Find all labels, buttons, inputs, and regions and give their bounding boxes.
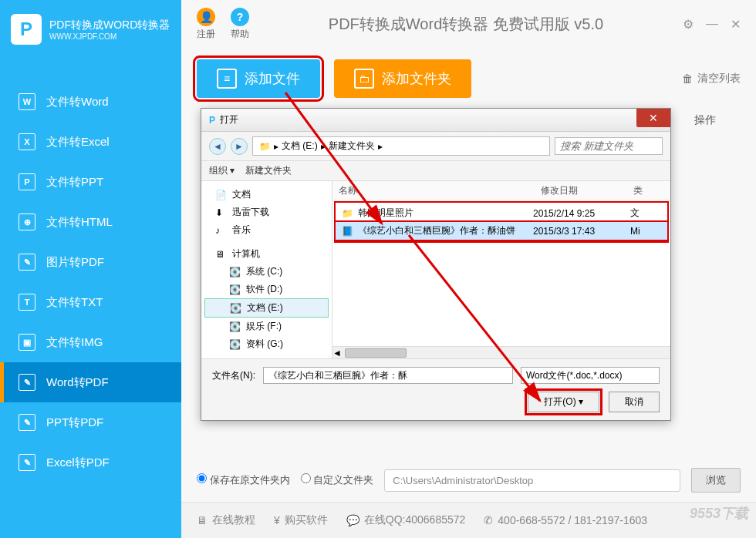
- nav-icon: ✎: [19, 374, 35, 391]
- output-bar: 保存在原文件夹内 自定义文件夹 浏览: [181, 459, 756, 502]
- nav-icon: X: [19, 133, 35, 150]
- nav-icon: ▣: [19, 334, 35, 351]
- sidebar-item-0[interactable]: W文件转Word: [0, 82, 181, 122]
- nav-icon: W: [19, 93, 35, 110]
- app-title: PDF转换成Word转换器 免费试用版 v5.0: [265, 14, 667, 35]
- nav-label: PPT转PDF: [46, 415, 103, 430]
- folder-tree: 📄文档 ⬇迅雷下载 ♪音乐 🖥计算机 💽系统 (C:)💽软件 (D:)💽文档 (…: [201, 181, 332, 358]
- nav-back-button[interactable]: ◄: [209, 138, 226, 155]
- tree-drive-2[interactable]: 💽文档 (E:): [204, 298, 329, 318]
- dialog-titlebar: P 打开 ✕: [201, 109, 670, 132]
- col-name[interactable]: 名称: [339, 184, 541, 197]
- app-icon: P: [209, 115, 215, 126]
- path-bar[interactable]: 📁 ▸文档 (E:) ▸新建文件夹▸: [252, 136, 550, 156]
- file-row[interactable]: 📘《综艺小白和三栖巨腕》作者：酥油饼2015/3/3 17:43Mi: [336, 222, 667, 240]
- window-controls: ⚙ — ✕: [683, 17, 741, 32]
- add-file-label: 添加文件: [245, 69, 300, 88]
- close-icon[interactable]: ✕: [731, 17, 741, 32]
- filename-label: 文件名(N):: [212, 369, 255, 382]
- logo-title: PDF转换成WORD转换器: [49, 18, 170, 32]
- tree-drive-1[interactable]: 💽软件 (D:): [204, 281, 329, 298]
- custom-folder-radio[interactable]: 自定义文件夹: [301, 473, 374, 487]
- col-date[interactable]: 修改日期: [541, 184, 633, 197]
- monitor-icon: 🖥: [197, 514, 208, 526]
- phone-text: ✆400-668-5572 / 181-2197-1603: [484, 514, 647, 526]
- titlebar: 👤 注册 ? 帮助 PDF转换成Word转换器 免费试用版 v5.0 ⚙ — ✕: [181, 0, 756, 49]
- tree-computer[interactable]: 🖥计算机: [204, 245, 329, 263]
- sidebar-item-5[interactable]: T文件转TXT: [0, 282, 181, 322]
- yen-icon: ¥: [274, 514, 280, 526]
- sidebar-item-6[interactable]: ▣文件转IMG: [0, 322, 181, 362]
- folder-icon: 📁: [259, 141, 271, 152]
- sidebar-item-3[interactable]: ⊕文件转HTML: [0, 202, 181, 242]
- tree-drive-0[interactable]: 💽系统 (C:): [204, 263, 329, 281]
- qq-link[interactable]: 💬在线QQ:4006685572: [346, 513, 466, 527]
- col-type[interactable]: 类: [633, 184, 664, 197]
- file-row[interactable]: 📁韩国明星照片2015/2/14 9:25文: [336, 204, 667, 222]
- nav-label: 文件转TXT: [46, 295, 103, 310]
- logo: P PDF转换成WORD转换器 WWW.XJPDF.COM: [0, 0, 181, 59]
- sidebar-item-1[interactable]: X文件转Excel: [0, 122, 181, 162]
- logo-subtitle: WWW.XJPDF.COM: [49, 32, 170, 41]
- dialog-close-button[interactable]: ✕: [636, 109, 670, 127]
- help-label: 帮助: [231, 28, 249, 41]
- sidebar-item-4[interactable]: ✎图片转PDF: [0, 242, 181, 282]
- user-icon: 👤: [197, 8, 215, 26]
- nav-icon: P: [19, 173, 35, 190]
- horizontal-scrollbar[interactable]: ◄: [332, 346, 670, 358]
- keep-original-radio[interactable]: 保存在原文件夹内: [197, 473, 290, 487]
- tree-thunder[interactable]: ⬇迅雷下载: [204, 203, 329, 221]
- nav-label: 图片转PDF: [46, 255, 104, 270]
- help-icon: ?: [231, 8, 249, 26]
- tree-docs[interactable]: 📄文档: [204, 186, 329, 203]
- nav-icon: T: [19, 294, 35, 311]
- filename-input[interactable]: [263, 367, 513, 384]
- filetype-select[interactable]: [521, 367, 660, 384]
- sidebar: P PDF转换成WORD转换器 WWW.XJPDF.COM W文件转WordX文…: [0, 0, 181, 538]
- settings-icon[interactable]: ⚙: [683, 17, 694, 32]
- nav: W文件转WordX文件转ExcelP文件转PPT⊕文件转HTML✎图片转PDFT…: [0, 82, 181, 483]
- nav-label: Word转PDF: [46, 375, 109, 390]
- cancel-button[interactable]: 取消: [609, 392, 660, 412]
- toolbar: ≡ 添加文件 🗀 添加文件夹 🗑 清空列表: [181, 49, 756, 109]
- organize-menu[interactable]: 组织 ▾: [209, 164, 235, 177]
- nav-label: 文件转PPT: [46, 175, 103, 190]
- chat-icon: 💬: [346, 514, 359, 526]
- phone-icon: ✆: [484, 514, 493, 526]
- open-button[interactable]: 打开(O) ▾: [528, 392, 599, 412]
- file-icon: 📁: [342, 208, 353, 219]
- tree-music[interactable]: ♪音乐: [204, 221, 329, 239]
- register-label: 注册: [197, 28, 215, 41]
- clear-list-button[interactable]: 🗑 清空列表: [682, 72, 741, 86]
- minimize-icon[interactable]: —: [706, 17, 718, 32]
- register-button[interactable]: 👤 注册: [197, 8, 215, 41]
- nav-label: 文件转Excel: [46, 135, 110, 150]
- help-button[interactable]: ? 帮助: [231, 8, 249, 41]
- nav-forward-button[interactable]: ►: [231, 138, 248, 155]
- dialog-search-input[interactable]: [555, 137, 663, 155]
- nav-label: Excel转PDF: [46, 456, 110, 470]
- trash-icon: 🗑: [682, 72, 693, 85]
- tutorial-link[interactable]: 🖥在线教程: [197, 513, 255, 527]
- browse-button[interactable]: 浏览: [691, 468, 741, 493]
- sidebar-item-9[interactable]: ✎Excel转PDF: [0, 442, 181, 483]
- new-folder-button[interactable]: 新建文件夹: [245, 164, 292, 177]
- nav-icon: ✎: [19, 454, 35, 471]
- sidebar-item-7[interactable]: ✎Word转PDF: [0, 362, 181, 402]
- sidebar-item-2[interactable]: P文件转PPT: [0, 162, 181, 202]
- add-folder-button[interactable]: 🗀 添加文件夹: [334, 59, 471, 98]
- file-list-header: 名称 修改日期 类: [332, 181, 670, 201]
- sidebar-item-8[interactable]: ✎PPT转PDF: [0, 402, 181, 442]
- watermark: 9553下载: [690, 504, 748, 523]
- nav-label: 文件转Word: [46, 95, 109, 109]
- add-file-button[interactable]: ≡ 添加文件: [197, 59, 320, 98]
- file-icon: ≡: [217, 69, 237, 89]
- tree-drive-4[interactable]: 💽资料 (G:): [204, 335, 329, 353]
- logo-badge: P: [11, 14, 42, 45]
- tree-drive-3[interactable]: 💽娱乐 (F:): [204, 318, 329, 335]
- output-path-input[interactable]: [384, 469, 680, 492]
- nav-icon: ✎: [19, 414, 35, 431]
- add-folder-label: 添加文件夹: [382, 69, 451, 88]
- buy-link[interactable]: ¥购买软件: [274, 513, 328, 527]
- file-icon: 📘: [342, 226, 353, 237]
